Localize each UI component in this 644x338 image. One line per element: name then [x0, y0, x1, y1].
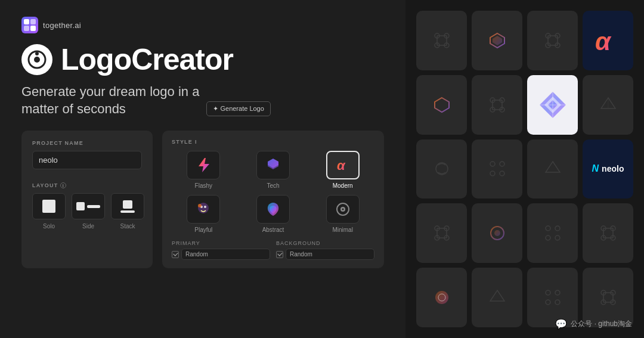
- background-grid: α: [405, 0, 644, 338]
- grid-cell-r5c2: [472, 268, 522, 327]
- right-panel: α: [405, 0, 644, 338]
- neolo-n-letter: N: [592, 163, 599, 174]
- svg-point-1: [34, 57, 40, 63]
- style-grid: Flashy: [172, 151, 374, 233]
- svg-marker-48: [546, 162, 560, 172]
- layout-side-label: Side: [82, 223, 94, 230]
- svg-point-75: [555, 290, 560, 295]
- layout-stack-label: Stack: [120, 223, 135, 230]
- tech-icon-box: [256, 151, 290, 179]
- layout-option-solo[interactable]: Solo: [32, 193, 66, 230]
- together-brand-text: together.ai: [43, 21, 81, 30]
- layout-side-bar: [87, 205, 100, 208]
- together-logo: [21, 17, 38, 33]
- watermark: 💬 公众号 · github淘金: [555, 318, 632, 330]
- svg-point-76: [546, 300, 550, 305]
- layout-side-sq: [76, 202, 85, 210]
- svg-point-43: [436, 163, 448, 175]
- logo-dot-1: [24, 19, 29, 24]
- primary-checkbox[interactable]: [172, 251, 179, 258]
- header: together.ai: [21, 17, 384, 33]
- logo-dot-4: [30, 26, 36, 31]
- layout-solo-shape: [42, 200, 55, 213]
- project-name-input[interactable]: [32, 151, 142, 169]
- layout-info-icon: i: [60, 182, 66, 188]
- primary-select[interactable]: Random: [181, 249, 270, 260]
- layout-solo-label: Solo: [43, 223, 55, 230]
- playful-label: Playful: [194, 227, 212, 233]
- style-option-modern[interactable]: α Modern: [311, 151, 374, 189]
- style-option-flashy[interactable]: Flashy: [172, 151, 236, 189]
- layout-option-stack[interactable]: Stack: [111, 193, 144, 230]
- flashy-icon-box: [187, 151, 220, 179]
- background-select[interactable]: Random: [286, 249, 374, 260]
- abstract-icon-box: [256, 195, 290, 224]
- tagline-row: Generate your dream logo in a matter of …: [21, 83, 384, 117]
- style-option-tech[interactable]: Tech: [242, 151, 305, 189]
- grid-cell-r1c4-featured: α: [583, 11, 633, 70]
- grid-cell-r5c1: [416, 268, 467, 327]
- layout-stack-sq: [123, 200, 132, 209]
- grid-cell-r2c3-featured: [527, 75, 578, 135]
- svg-point-59: [546, 226, 550, 231]
- primary-group: PRIMARY Random: [172, 240, 270, 260]
- svg-point-58: [494, 230, 500, 236]
- layout-options: Solo Side: [32, 193, 142, 230]
- grid-cell-r1c1: [416, 11, 467, 70]
- logo-dot-3: [24, 26, 29, 31]
- svg-point-6: [204, 206, 206, 208]
- grid-cell-r4c2: [472, 203, 522, 263]
- background-checkbox[interactable]: [276, 251, 283, 258]
- style-option-playful[interactable]: Playful: [172, 195, 236, 233]
- logo-dot-2: [30, 19, 36, 24]
- svg-point-46: [490, 171, 495, 176]
- neolo-word: neolo: [602, 164, 624, 173]
- layout-section: LAYOUT i Solo: [32, 182, 142, 230]
- layout-side-box: [72, 193, 105, 219]
- generate-logo-button[interactable]: ✦ Generate Logo: [206, 101, 270, 116]
- background-select-row: Random: [276, 249, 374, 260]
- layout-stack-shape: [120, 200, 135, 213]
- grid-cell-r3c2: [472, 139, 522, 199]
- svg-point-10: [342, 209, 343, 210]
- layout-label: LAYOUT i: [32, 182, 142, 188]
- grid-cell-r3c4-neolo: N neolo: [583, 139, 633, 199]
- left-form-card: PROJECT NAME LAYOUT i Solo: [21, 131, 153, 268]
- grid-cell-r3c3: [527, 139, 578, 199]
- svg-point-7: [198, 204, 202, 207]
- svg-point-77: [555, 300, 560, 305]
- grid-cell-r1c2: [472, 11, 522, 70]
- background-group: BACKGROUND Random: [276, 240, 374, 260]
- abstract-label: Abstract: [262, 227, 284, 233]
- watermark-text: 公众号 · github淘金: [571, 319, 632, 329]
- svg-point-2: [35, 52, 39, 55]
- layout-stack-bar: [120, 210, 135, 213]
- layout-option-side[interactable]: Side: [72, 193, 105, 230]
- style-card: STYLE i: [162, 131, 384, 268]
- style-option-minimal[interactable]: Minimal: [311, 195, 374, 233]
- grid-cell-r2c4: [583, 75, 633, 135]
- primary-label: PRIMARY: [172, 240, 270, 246]
- svg-text:α: α: [595, 27, 612, 55]
- style-selects: PRIMARY Random BACKGROUND Random: [172, 240, 374, 260]
- style-label: STYLE i: [172, 139, 374, 145]
- style-info-icon: i: [195, 139, 197, 145]
- svg-point-60: [555, 226, 560, 231]
- svg-marker-73: [490, 290, 504, 301]
- style-option-abstract[interactable]: Abstract: [242, 195, 305, 233]
- svg-point-44: [490, 162, 495, 166]
- modern-icon-box: α: [326, 151, 360, 179]
- minimal-label: Minimal: [332, 227, 352, 233]
- layout-solo-box: [32, 193, 66, 219]
- playful-icon-box: [187, 195, 220, 224]
- logocreator-brand: LogoCreator: [61, 45, 233, 75]
- form-area: PROJECT NAME LAYOUT i Solo: [21, 131, 384, 268]
- grid-cell-r4c1: [416, 203, 467, 263]
- svg-point-74: [546, 290, 550, 295]
- svg-point-47: [500, 171, 504, 176]
- layout-stack-box: [111, 193, 144, 219]
- flashy-label: Flashy: [195, 182, 212, 189]
- wechat-icon: 💬: [555, 318, 567, 330]
- tech-label: Tech: [267, 182, 279, 189]
- grid-cell-r4c3: [527, 203, 578, 263]
